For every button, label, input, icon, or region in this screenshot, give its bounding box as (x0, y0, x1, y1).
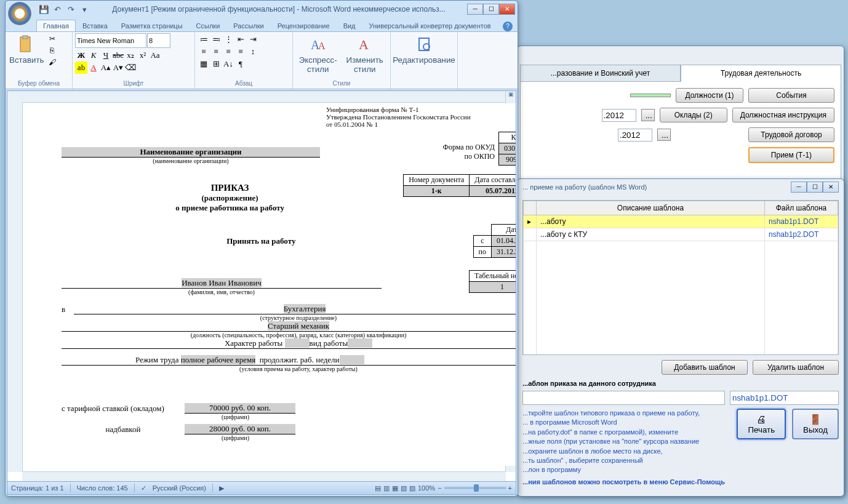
tab-insert[interactable]: Вставка (76, 20, 114, 31)
view-read-icon[interactable]: ▥ (383, 484, 390, 492)
indent-right-button[interactable]: ⇥ (247, 33, 259, 46)
positions-button[interactable]: Должности (1) (676, 88, 743, 103)
grow-font-button[interactable]: A▴ (100, 62, 112, 74)
font-name-select[interactable] (75, 33, 146, 48)
zoom-label[interactable]: 100% (418, 484, 435, 492)
font-size-select[interactable] (147, 33, 170, 48)
view-print-icon[interactable]: ▤ (375, 484, 381, 492)
date-field-2[interactable] (618, 129, 652, 142)
quick-styles-button[interactable]: AA Экспресс-стили (295, 33, 340, 75)
document-page[interactable]: Унифицированная форма № Т-1 Утверждена П… (25, 103, 516, 466)
template-file-field[interactable] (730, 391, 839, 405)
change-styles-button[interactable]: A Изменить стили (342, 33, 388, 75)
format-painter-icon[interactable]: 🖌 (47, 57, 58, 68)
maximize-button[interactable]: ☐ (483, 4, 499, 15)
tab-converter[interactable]: Универсальный конвертер документов (362, 20, 498, 31)
undo-icon[interactable]: ↶ (51, 3, 63, 15)
line-spacing-button[interactable]: ↕ (247, 46, 259, 58)
tab-work[interactable]: Трудовая деятельность (681, 65, 841, 82)
priem-button[interactable]: Прием (Т-1) (748, 147, 834, 163)
minimize-button[interactable]: ─ (467, 4, 483, 15)
close-button[interactable]: ✕ (823, 182, 839, 193)
view-outline-icon[interactable]: ▧ (401, 484, 407, 492)
superscript-button[interactable]: x² (137, 49, 149, 62)
instruction-button[interactable]: Должностная инструкция (732, 108, 834, 122)
scrollbar-horizontal[interactable] (22, 471, 506, 482)
table-row: ▸...аботуnshab1p1.DOT (524, 215, 838, 228)
tab-view[interactable]: Вид (337, 20, 362, 31)
view-draft-icon[interactable]: ▨ (409, 484, 415, 492)
date-field-1[interactable] (602, 109, 636, 122)
salaries-button[interactable]: Оклады (2) (660, 108, 727, 122)
italic-button[interactable]: К (87, 49, 100, 62)
help-icon[interactable]: ? (503, 22, 513, 31)
cut-icon[interactable]: ✂ (47, 33, 58, 44)
justify-button[interactable]: ≡ (234, 46, 247, 58)
tab-references[interactable]: Ссылки (190, 20, 227, 31)
qat-more-icon[interactable]: ▾ (78, 3, 90, 15)
save-icon[interactable]: 💾 (38, 3, 50, 15)
status-macro-icon[interactable]: ▶ (219, 484, 224, 492)
green-field[interactable] (630, 94, 671, 97)
clear-format-button[interactable]: ⌫ (124, 62, 137, 74)
paste-button[interactable]: Вставить (8, 33, 46, 66)
ribbon: Вставить ✂ ⎘ 🖌 Буфер обмена Ж К Ч (6, 31, 518, 89)
date-picker-2[interactable]: ... (657, 129, 671, 141)
shrink-font-button[interactable]: A▾ (112, 62, 124, 74)
zoom-out-button[interactable]: − (438, 484, 441, 492)
bold-button[interactable]: Ж (75, 49, 87, 62)
font-color-button[interactable]: A (87, 62, 100, 74)
multilevel-button[interactable]: ⋮ (222, 33, 234, 46)
minimize-button[interactable]: ─ (791, 182, 807, 193)
strike-button[interactable]: abc (112, 49, 124, 62)
tab-layout[interactable]: Разметка страницы (114, 20, 190, 31)
tab-education[interactable]: ...разование и Воинский учет (520, 65, 681, 82)
date-picker-1[interactable]: ... (641, 109, 655, 121)
events-button[interactable]: События (748, 88, 834, 103)
template-desc-field[interactable] (522, 391, 725, 405)
align-right-button[interactable]: ≡ (222, 46, 234, 58)
bullets-button[interactable]: ≔ (198, 33, 210, 46)
tab-home[interactable]: Главная (36, 20, 76, 31)
subscript-button[interactable]: x₂ (124, 49, 137, 62)
redo-icon[interactable]: ↷ (65, 3, 77, 15)
office-button[interactable] (8, 2, 31, 25)
exit-button[interactable]: 🚪Выход (792, 409, 839, 439)
ruler-toggle[interactable]: ▣ (505, 91, 516, 103)
status-page[interactable]: Страница: 1 из 1 (11, 484, 64, 492)
add-template-button[interactable]: Добавить шаблон (662, 360, 748, 375)
view-web-icon[interactable]: ▦ (392, 484, 398, 492)
numbering-button[interactable]: ≕ (210, 33, 222, 46)
template-grid[interactable]: Описание шаблонаФайл шаблона ▸...аботуns… (522, 200, 839, 355)
contract-button[interactable]: Трудовой договор (748, 127, 834, 142)
ruler-horizontal[interactable] (22, 91, 506, 103)
align-center-button[interactable]: ≡ (210, 46, 222, 58)
tab-mailings[interactable]: Рассылки (226, 20, 270, 31)
editing-button[interactable]: Редактирование (391, 33, 457, 66)
case-button[interactable]: Aa (149, 49, 161, 62)
zoom-in-button[interactable]: + (508, 484, 512, 492)
show-marks-button[interactable]: ¶ (234, 58, 247, 70)
close-button[interactable]: ✕ (499, 4, 515, 15)
ruler-vertical[interactable] (7, 102, 23, 472)
document-area[interactable]: ▣ Унифицированная форма № Т-1 Утверждена… (7, 90, 516, 482)
group-editing (393, 86, 455, 87)
align-left-button[interactable]: ≡ (198, 46, 210, 58)
status-spell-icon[interactable]: ✓ (141, 484, 146, 492)
col-file[interactable]: Файл шаблона (765, 201, 838, 215)
borders-button[interactable]: ⊞ (210, 58, 222, 70)
status-words[interactable]: Число слов: 145 (77, 484, 128, 492)
maximize-button[interactable]: ☐ (807, 182, 823, 193)
shading-button[interactable]: ▦ (198, 58, 210, 70)
underline-button[interactable]: Ч (100, 49, 112, 62)
delete-template-button[interactable]: Удалить шаблон (753, 360, 839, 375)
tab-review[interactable]: Рецензирование (271, 20, 337, 31)
col-desc[interactable]: Описание шаблона (537, 201, 765, 215)
copy-icon[interactable]: ⎘ (47, 45, 58, 56)
print-button[interactable]: 🖨Печать (737, 409, 786, 439)
indent-left-button[interactable]: ⇤ (234, 33, 247, 46)
status-lang[interactable]: Русский (Россия) (153, 484, 206, 492)
highlight-button[interactable]: ab (75, 62, 87, 74)
sort-button[interactable]: A↓ (222, 58, 234, 70)
zoom-slider[interactable] (444, 487, 506, 489)
